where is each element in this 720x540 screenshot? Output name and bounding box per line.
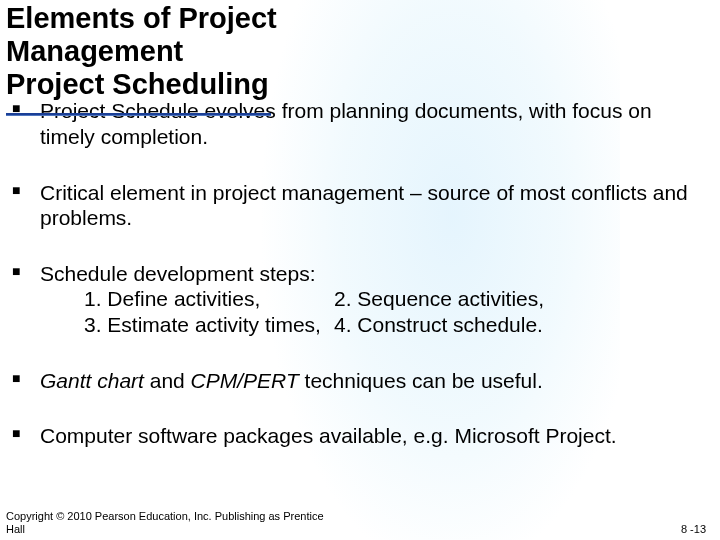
steps-grid: 1. Define activities, 2. Sequence activi… bbox=[40, 286, 712, 337]
slide-title: Elements of Project Management Project S… bbox=[6, 2, 712, 100]
step-item: 2. Sequence activities, bbox=[334, 286, 712, 312]
title-rule bbox=[6, 113, 271, 116]
title-line: Elements of Project bbox=[6, 2, 277, 34]
step-item: 1. Define activities, bbox=[84, 286, 334, 312]
step-item: 3. Estimate activity times, bbox=[84, 312, 334, 338]
page-number: 8 -13 bbox=[681, 523, 706, 536]
bullet-item: Computer software packages available, e.… bbox=[40, 423, 712, 449]
emph-cpm: CPM/PERT bbox=[191, 369, 299, 392]
title-line: Project Scheduling bbox=[6, 68, 269, 100]
bullet-list: Project Schedule evolves from planning d… bbox=[6, 98, 712, 448]
copyright-line: Copyright © 2010 Pearson Education, Inc.… bbox=[6, 510, 324, 522]
bullet-item: Project Schedule evolves from planning d… bbox=[40, 98, 712, 149]
bullet-text: and bbox=[144, 369, 191, 392]
bullet-item: Schedule development steps: 1. Define ac… bbox=[40, 261, 712, 338]
slide-content: Elements of Project Management Project S… bbox=[0, 0, 720, 449]
emph-gantt: Gantt chart bbox=[40, 369, 144, 392]
bullet-text: techniques can be useful. bbox=[299, 369, 543, 392]
bullet-text: Schedule development steps: bbox=[40, 262, 316, 285]
bullet-item: Gantt chart and CPM/PERT techniques can … bbox=[40, 368, 712, 394]
title-line: Management bbox=[6, 35, 183, 67]
copyright-line: Hall bbox=[6, 523, 25, 535]
step-item: 4. Construct schedule. bbox=[334, 312, 712, 338]
footer: Copyright © 2010 Pearson Education, Inc.… bbox=[6, 510, 712, 536]
bullet-item: Critical element in project management –… bbox=[40, 180, 712, 231]
